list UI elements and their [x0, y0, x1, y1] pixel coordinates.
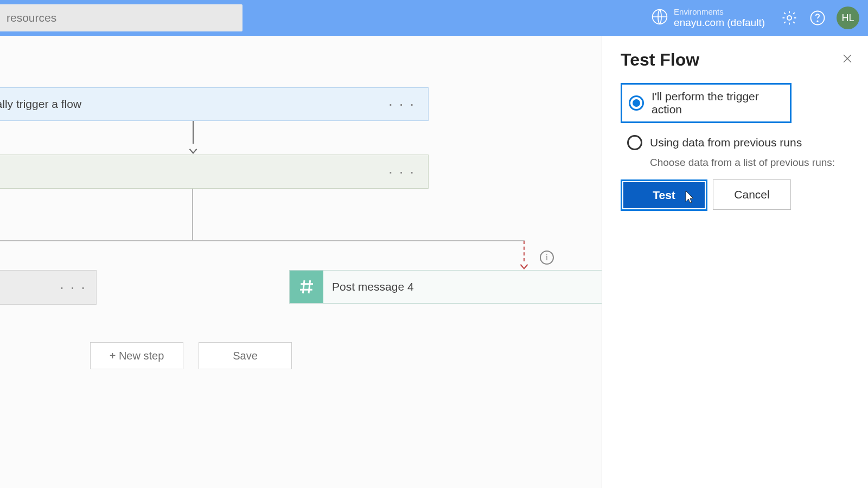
step-menu-icon[interactable]: · · ·	[60, 279, 86, 296]
new-step-button[interactable]: + New step	[90, 342, 183, 369]
radio-unchecked-icon	[627, 135, 642, 150]
radio-checked-icon	[629, 95, 644, 111]
trigger-label: Manually trigger a flow	[0, 98, 81, 111]
test-button-label: Test	[653, 189, 675, 202]
step-menu-icon[interactable]: · · ·	[388, 95, 415, 113]
post-label: Post message 4	[332, 280, 414, 293]
save-button[interactable]: Save	[199, 342, 292, 369]
app-header: resources Environments enayu.com (defaul…	[0, 0, 868, 36]
option-label: Using data from previous runs	[650, 136, 802, 149]
test-button[interactable]: Test	[623, 182, 705, 208]
header-right: Environments enayu.com (default) HL	[651, 0, 859, 36]
failure-branch-icon	[524, 241, 525, 261]
globe-icon	[651, 8, 668, 28]
option-label: I'll perform the trigger action	[652, 90, 783, 116]
env-label: Environments	[674, 7, 765, 17]
cancel-button[interactable]: Cancel	[713, 179, 791, 210]
help-icon[interactable]	[808, 9, 827, 27]
info-icon[interactable]: i	[540, 251, 554, 265]
env-name: enayu.com (default)	[674, 17, 765, 29]
option-previous-runs[interactable]: Using data from previous runs	[621, 130, 852, 156]
settings-icon[interactable]	[780, 9, 799, 27]
svg-point-3	[817, 21, 818, 22]
panel-title: Test Flow	[621, 50, 852, 70]
hashtag-icon	[290, 271, 323, 303]
connector-line	[192, 189, 193, 240]
cursor-icon	[682, 190, 695, 208]
avatar[interactable]: HL	[837, 7, 859, 29]
environment-picker[interactable]: Environments enayu.com (default)	[651, 7, 765, 29]
canvas-footer: + New step Save	[90, 342, 292, 369]
trigger-step[interactable]: Manually trigger a flow · · ·	[0, 87, 429, 121]
step-menu-icon[interactable]: · · ·	[388, 163, 415, 181]
branch-step[interactable]: · · ·	[0, 270, 97, 305]
option-perform-trigger[interactable]: I'll perform the trigger action	[621, 83, 792, 123]
svg-point-1	[787, 16, 792, 20]
search-input[interactable]: resources	[0, 4, 242, 31]
connector-line	[0, 240, 525, 241]
test-button-highlight: Test	[621, 179, 707, 211]
http-step[interactable]: HTTP · · ·	[0, 155, 429, 189]
flow-canvas: Manually trigger a flow · · · HTTP · · ·…	[0, 36, 602, 488]
option-hint: Choose data from a list of previous runs…	[650, 157, 852, 169]
test-flow-panel: Test Flow I'll perform the trigger actio…	[602, 36, 868, 488]
panel-buttons: Test Cancel	[621, 179, 852, 211]
close-icon[interactable]	[841, 52, 854, 67]
post-message-step[interactable]: Post message 4	[289, 270, 602, 304]
